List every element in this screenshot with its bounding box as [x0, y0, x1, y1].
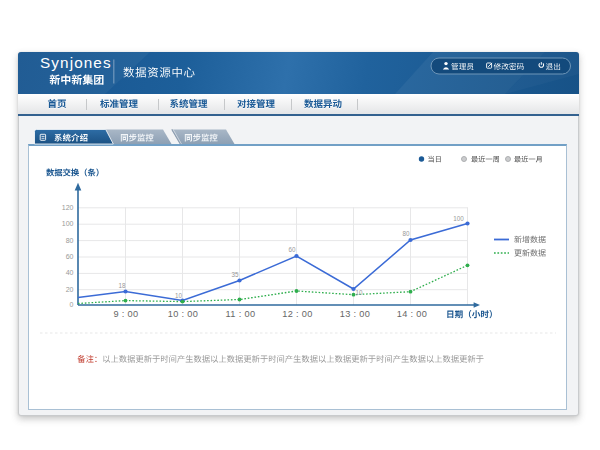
- svg-text:35: 35: [231, 271, 239, 278]
- svg-text:100: 100: [62, 220, 74, 227]
- svg-text:10: 10: [355, 289, 363, 296]
- svg-text:Synjones: Synjones: [40, 54, 112, 71]
- svg-text:80: 80: [402, 230, 410, 237]
- svg-text:12 : 00: 12 : 00: [282, 309, 313, 319]
- svg-text:120: 120: [62, 204, 74, 211]
- svg-text:60: 60: [288, 246, 296, 253]
- svg-text:11 : 00: 11 : 00: [226, 309, 256, 319]
- svg-text:0: 0: [70, 301, 74, 308]
- svg-text:14 : 00: 14 : 00: [397, 309, 428, 319]
- svg-text:100: 100: [453, 215, 464, 222]
- svg-text:10 : 00: 10 : 00: [168, 309, 199, 319]
- svg-text:20: 20: [66, 286, 74, 293]
- svg-text:40: 40: [66, 269, 74, 276]
- svg-text:18: 18: [118, 282, 126, 289]
- svg-text:13 : 00: 13 : 00: [340, 309, 371, 319]
- svg-text:10: 10: [175, 292, 183, 299]
- svg-text:60: 60: [66, 253, 74, 260]
- svg-text:80: 80: [66, 237, 74, 244]
- svg-text:9 : 00: 9 : 00: [113, 309, 138, 319]
